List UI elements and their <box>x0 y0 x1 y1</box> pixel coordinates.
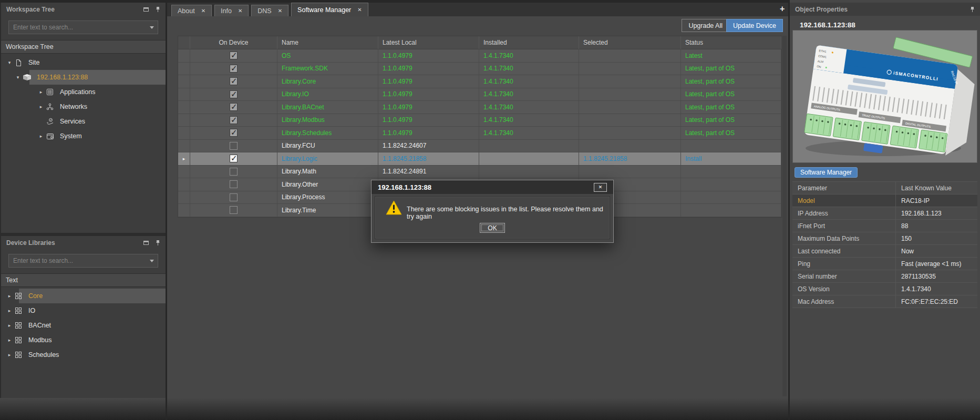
property-row-last-connected[interactable]: Last connectedNow <box>792 245 977 258</box>
table-row-library-fcu[interactable]: Library.FCU1.1.8242.24607 <box>178 140 781 153</box>
expander-down-icon[interactable]: ▾ <box>6 60 13 65</box>
tab-about[interactable]: About✕ <box>171 5 212 16</box>
on-device-checkbox[interactable] <box>230 193 238 201</box>
column-header-on-device[interactable]: On Device <box>190 36 277 49</box>
tree-item-site[interactable]: ▾Site <box>1 55 166 70</box>
close-tab-icon[interactable]: ✕ <box>238 8 242 14</box>
update-device-button[interactable]: Update Device <box>726 19 783 32</box>
expander-right-icon[interactable]: ▸ <box>6 352 13 357</box>
add-tab-button[interactable]: + <box>780 4 785 14</box>
table-row-library-logic[interactable]: ▸Library.Logic1.1.8245.218581.1.8245.218… <box>178 152 781 166</box>
close-icon[interactable]: ✕ <box>594 183 607 192</box>
panel-splitter[interactable] <box>788 0 790 420</box>
library-item-bacnet[interactable]: ▸BACnet <box>1 318 166 333</box>
expander-right-icon[interactable]: ▸ <box>6 293 13 299</box>
on-device-checkbox[interactable] <box>230 116 238 124</box>
close-tab-icon[interactable]: ✕ <box>278 8 282 14</box>
selected-cell <box>579 166 681 179</box>
table-row-library-math[interactable]: Library.Math1.1.8242.24891 <box>178 166 781 179</box>
doc-icon <box>13 59 24 67</box>
table-row-library-io[interactable]: Library.IO1.1.0.49791.4.1.7340Latest, pa… <box>178 88 781 101</box>
on-device-checkbox[interactable] <box>230 180 238 188</box>
software-manager-button[interactable]: Software Manager <box>795 167 858 178</box>
column-header-latest-local[interactable]: Latest Local <box>378 36 479 49</box>
close-tab-icon[interactable]: ✕ <box>357 7 362 13</box>
table-row-os[interactable]: OS1.1.0.49791.4.1.7340Latest <box>178 49 781 63</box>
pin-icon[interactable] <box>970 6 975 13</box>
table-row-library-schedules[interactable]: Library.Schedules1.1.0.49791.4.1.7340Lat… <box>178 127 781 140</box>
ok-button[interactable]: OK <box>480 223 505 233</box>
property-row-serial-number[interactable]: Serial number2871130535 <box>792 270 977 283</box>
tree-item-networks[interactable]: ▸Networks <box>1 99 166 114</box>
network-icon <box>44 103 56 110</box>
property-row-ifnet-port[interactable]: iFnet Port88 <box>792 220 977 232</box>
library-item-core[interactable]: ▸Core <box>1 289 166 303</box>
search-dropdown-button[interactable] <box>146 254 158 267</box>
tree-item-192-168-1-123-88[interactable]: ▾192.168.1.123:88 <box>1 70 166 85</box>
tree-item-system[interactable]: ▸System <box>1 129 166 144</box>
tab-dns[interactable]: DNS✕ <box>251 5 288 16</box>
property-label: IP Address <box>792 207 896 219</box>
property-row-ip-address[interactable]: IP Address192.168.1.123 <box>792 207 977 220</box>
on-device-checkbox[interactable] <box>230 103 238 111</box>
column-header-installed[interactable]: Installed <box>479 36 579 49</box>
on-device-checkbox[interactable] <box>230 155 238 162</box>
tab-info[interactable]: Info✕ <box>214 5 249 16</box>
library-grid-icon <box>13 336 24 344</box>
on-device-checkbox[interactable] <box>230 168 238 176</box>
name-cell: Library.IO <box>277 88 378 101</box>
table-scrollbar[interactable] <box>782 36 787 396</box>
installed-cell: 1.4.1.7340 <box>479 127 579 140</box>
panel-splitter[interactable] <box>166 0 167 420</box>
property-row-model[interactable]: ModelRAC18-IP <box>792 194 977 207</box>
column-header-indicator[interactable] <box>178 36 190 49</box>
column-header-name[interactable]: Name <box>277 36 378 49</box>
table-row-library-modbus[interactable]: Library.Modbus1.1.0.49791.4.1.7340Latest… <box>178 114 781 127</box>
expander-right-icon[interactable]: ▸ <box>6 323 13 328</box>
on-device-cell <box>190 191 277 204</box>
property-row-ping[interactable]: PingFast (average <1 ms) <box>792 258 977 270</box>
tree-item-applications[interactable]: ▸Applications <box>1 85 166 99</box>
upgrade-all-button[interactable]: Upgrade All <box>682 19 729 32</box>
expander-right-icon[interactable]: ▸ <box>6 337 13 343</box>
restore-icon[interactable] <box>143 6 149 12</box>
on-device-checkbox[interactable] <box>230 52 238 59</box>
installed-cell: 1.4.1.7340 <box>479 63 579 76</box>
on-device-checkbox[interactable] <box>230 65 238 73</box>
tab-label: DNS <box>257 7 271 15</box>
library-item-label: Modbus <box>24 336 51 344</box>
on-device-checkbox[interactable] <box>230 142 238 150</box>
table-row-library-bacnet[interactable]: Library.BACnet1.1.0.49791.4.1.7340Latest… <box>178 101 781 114</box>
column-header-status[interactable]: Status <box>681 36 781 49</box>
restore-icon[interactable] <box>143 240 149 245</box>
search-dropdown-button[interactable] <box>146 21 158 34</box>
on-device-cell <box>190 49 277 63</box>
property-row-os-version[interactable]: OS Version1.4.1.7340 <box>792 283 977 295</box>
on-device-checkbox[interactable] <box>230 129 238 137</box>
libraries-search-input[interactable]: Enter text to search... <box>8 254 158 268</box>
name-cell: Library.FCU <box>277 140 378 153</box>
library-item-schedules[interactable]: ▸Schedules <box>1 347 166 362</box>
on-device-checkbox[interactable] <box>230 90 238 98</box>
row-indicator <box>178 63 190 76</box>
property-row-mac-address[interactable]: Mac AddressFC:0F:E7:EC:25:ED <box>792 295 977 308</box>
pin-icon[interactable] <box>156 240 160 246</box>
expander-right-icon[interactable]: ▸ <box>38 134 44 139</box>
column-header-selected[interactable]: Selected <box>579 36 681 49</box>
table-row-library-core[interactable]: Library.Core1.1.0.49791.4.1.7340Latest, … <box>178 75 781 88</box>
expander-down-icon[interactable]: ▾ <box>15 75 21 80</box>
tab-software-manager[interactable]: Software Manager✕ <box>291 3 368 16</box>
tree-item-services[interactable]: Services <box>1 114 166 129</box>
library-item-io[interactable]: ▸IO <box>1 303 166 318</box>
on-device-checkbox[interactable] <box>230 206 238 214</box>
on-device-checkbox[interactable] <box>230 77 238 85</box>
library-item-modbus[interactable]: ▸Modbus <box>1 333 166 347</box>
workspace-search-input[interactable]: Enter text to search... <box>8 21 158 34</box>
expander-right-icon[interactable]: ▸ <box>38 104 44 109</box>
expander-right-icon[interactable]: ▸ <box>38 89 44 95</box>
property-row-maximum-data-points[interactable]: Maximum Data Points150 <box>792 232 977 245</box>
table-row-framework-sdk[interactable]: Framework.SDK1.1.0.49791.4.1.7340Latest,… <box>178 63 781 76</box>
close-tab-icon[interactable]: ✕ <box>201 8 205 14</box>
pin-icon[interactable] <box>156 6 160 13</box>
expander-right-icon[interactable]: ▸ <box>6 308 13 313</box>
